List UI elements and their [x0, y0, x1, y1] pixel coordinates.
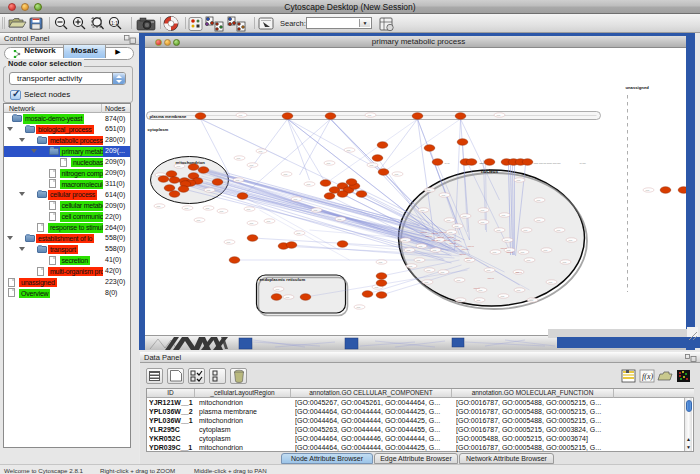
svg-text:(xx): (xx)	[487, 269, 491, 271]
svg-text:(xxx-x): (xxx-x)	[426, 235, 433, 237]
svg-text:(xxx-x): (xxx-x)	[462, 248, 469, 250]
svg-text:(xxx-x): (xxx-x)	[432, 232, 439, 234]
svg-text:(xxx-x): (xxx-x)	[468, 245, 475, 247]
svg-text:(xxx-x): (xxx-x)	[440, 231, 447, 233]
svg-text:(xx): (xx)	[517, 179, 521, 181]
svg-text:(xx): (xx)	[158, 174, 162, 176]
svg-text:(xx): (xx)	[502, 214, 506, 216]
svg-text:cytoplasm: cytoplasm	[148, 127, 169, 132]
svg-text:(xx): (xx)	[458, 299, 462, 301]
svg-text:(xx): (xx)	[481, 221, 485, 223]
svg-text:f(x): f(x)	[642, 372, 653, 381]
svg-text:(xx): (xx)	[327, 162, 331, 164]
svg-text:(xx): (xx)	[375, 286, 379, 288]
svg-text:(xxx-x): (xxx-x)	[448, 236, 455, 238]
svg-text:(xx): (xx)	[284, 173, 288, 175]
svg-text:(xx): (xx)	[569, 239, 573, 241]
svg-text:(xx): (xx)	[505, 239, 509, 241]
svg-text:(xx): (xx)	[527, 259, 531, 261]
svg-text:(xx): (xx)	[549, 281, 553, 283]
svg-text:(xx): (xx)	[517, 289, 521, 291]
svg-text:(xx): (xx)	[395, 173, 399, 175]
svg-text:(xxx-x): (xxx-x)	[438, 236, 445, 238]
svg-text:(xxx-x): (xxx-x)	[507, 251, 514, 253]
svg-text:(xx): (xx)	[419, 245, 423, 247]
svg-text:unassigned: unassigned	[626, 85, 650, 90]
svg-text:(xx): (xx)	[477, 299, 481, 301]
svg-text:(xx): (xx)	[370, 164, 374, 166]
svg-text:(xx): (xx)	[227, 241, 231, 243]
svg-text:(xx): (xx)	[417, 259, 421, 261]
svg-text:plasma membrane: plasma membrane	[150, 114, 187, 119]
svg-text:(xx): (xx)	[239, 114, 243, 116]
svg-text:(xx): (xx)	[207, 189, 211, 191]
svg-text:(xxx-x): (xxx-x)	[450, 242, 457, 244]
svg-text:endoplasmic reticulum: endoplasmic reticulum	[260, 277, 306, 282]
svg-text:(xx): (xx)	[177, 165, 181, 167]
svg-text:(xx): (xx)	[481, 209, 485, 211]
svg-text:(xx): (xx)	[530, 299, 534, 301]
svg-text:(xx): (xx)	[537, 199, 541, 201]
svg-text:(xx): (xx)	[544, 249, 548, 251]
svg-text:(xx): (xx)	[421, 209, 425, 211]
svg-text:1:1: 1:1	[111, 20, 118, 26]
svg-text:(xx): (xx)	[557, 229, 561, 231]
svg-text:(xx): (xx)	[497, 229, 501, 231]
svg-text:(xxx-x): (xxx-x)	[456, 245, 463, 247]
svg-text:(xx): (xx)	[407, 249, 411, 251]
svg-text:(xx): (xx)	[433, 249, 437, 251]
svg-text:(xx): (xx)	[447, 219, 451, 221]
svg-text:(xx): (xx)	[493, 251, 497, 253]
svg-text:(xx): (xx)	[403, 239, 407, 241]
svg-text:(xx): (xx)	[294, 198, 298, 200]
svg-text:(xx): (xx)	[467, 259, 471, 261]
svg-text:(xxx-x): (xxx-x)	[454, 239, 461, 241]
svg-text:(xx): (xx)	[338, 218, 342, 220]
svg-text:(xx): (xx)	[646, 189, 650, 191]
svg-text:(xx): (xx)	[427, 189, 431, 191]
svg-text:(xx): (xx)	[347, 149, 351, 151]
svg-text:nucleus: nucleus	[481, 169, 499, 174]
svg-text:(xx): (xx)	[307, 183, 311, 185]
svg-text:(xx): (xx)	[368, 114, 372, 116]
svg-text:(xx): (xx)	[379, 261, 383, 263]
svg-text:(x-xx): (x-xx)	[580, 162, 586, 165]
svg-text:(xx): (xx)	[457, 279, 461, 281]
svg-text:(xx): (xx)	[197, 219, 201, 221]
svg-text:(xx): (xx)	[427, 269, 431, 271]
svg-text:(xxx-x): (xxx-x)	[432, 239, 439, 241]
svg-text:(xx): (xx)	[449, 231, 453, 233]
svg-text:(xx): (xx)	[563, 261, 567, 263]
svg-text:(xx): (xx)	[425, 281, 429, 283]
svg-text:(xx): (xx)	[521, 251, 525, 253]
svg-text:(xx): (xx)	[463, 215, 467, 217]
svg-text:(xxx-x): (xxx-x)	[444, 239, 451, 241]
svg-text:(xx): (xx)	[259, 150, 263, 152]
svg-text:(xxx-x): (xxx-x)	[474, 287, 481, 289]
svg-text:(xx): (xx)	[441, 271, 445, 273]
svg-text:(xx): (xx)	[442, 194, 446, 196]
svg-text:(xx): (xx)	[357, 306, 361, 308]
svg-text:(xx): (xx)	[479, 289, 483, 291]
svg-text:(xxx-x): (xxx-x)	[501, 247, 508, 249]
svg-text:(xx): (xx)	[250, 164, 254, 166]
svg-text:(xx): (xx)	[185, 207, 189, 209]
svg-text:(xx): (xx)	[501, 295, 505, 297]
svg-text:(xx): (xx)	[314, 209, 318, 211]
svg-text:(xx): (xx)	[524, 229, 528, 231]
svg-text:(xx): (xx)	[250, 222, 254, 224]
svg-text:(xx): (xx)	[236, 179, 240, 181]
svg-text:(xx): (xx)	[206, 207, 210, 209]
svg-text:(xxx-x): (xxx-x)	[460, 253, 467, 255]
svg-text:(xx): (xx)	[297, 232, 301, 234]
svg-text:(xx): (xx)	[537, 219, 541, 221]
svg-text:(xxx-x): (xxx-x)	[421, 231, 428, 233]
svg-text:(xx): (xx)	[286, 296, 290, 298]
svg-text:(xxx-x): (xxx-x)	[488, 277, 495, 279]
svg-text:(x-x): (x-x)	[445, 162, 450, 165]
svg-text:(xx): (xx)	[157, 205, 161, 207]
svg-text:(xx): (xx)	[409, 265, 413, 267]
svg-text:(xxx-x): (xxx-x)	[516, 271, 523, 273]
svg-text:(xx): (xx)	[220, 210, 224, 212]
svg-text:(xx): (xx)	[497, 114, 501, 116]
